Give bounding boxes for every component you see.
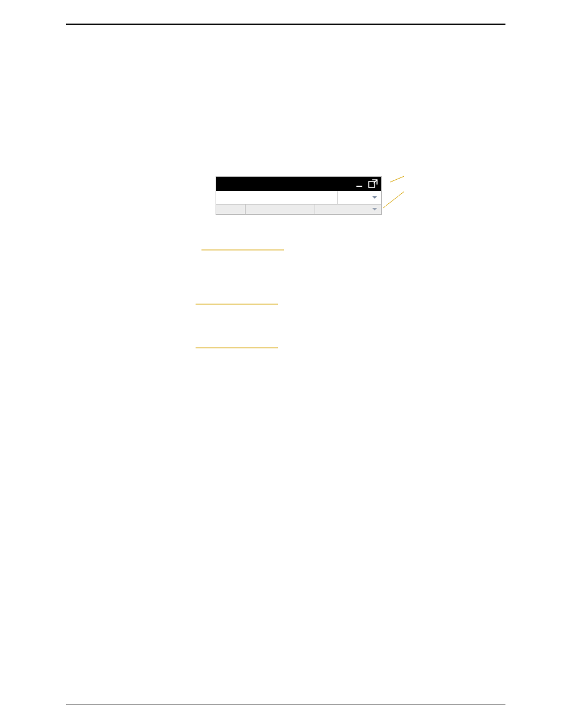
figure <box>66 176 505 400</box>
columns-header <box>216 205 381 215</box>
page-footer <box>66 704 505 707</box>
callouts-right <box>382 176 470 235</box>
col-date[interactable] <box>315 205 381 214</box>
running-header <box>66 12 505 25</box>
minimize-icon[interactable] <box>355 180 363 188</box>
filter-dropdown[interactable] <box>338 191 381 204</box>
history-panel-header <box>216 177 381 191</box>
chevron-down-icon <box>372 206 378 212</box>
chevron-down-icon <box>372 195 378 200</box>
detach-icon[interactable] <box>368 179 378 189</box>
search-row <box>216 191 381 205</box>
svg-line-6 <box>390 176 404 182</box>
search-input[interactable] <box>216 191 338 204</box>
history-panel <box>216 176 382 215</box>
svg-rect-3 <box>356 186 362 187</box>
col-status[interactable] <box>216 205 246 214</box>
callouts-left <box>101 176 216 400</box>
section-title <box>66 138 505 160</box>
col-call[interactable] <box>246 205 315 214</box>
chapter-title <box>66 33 505 61</box>
svg-line-7 <box>383 192 404 208</box>
